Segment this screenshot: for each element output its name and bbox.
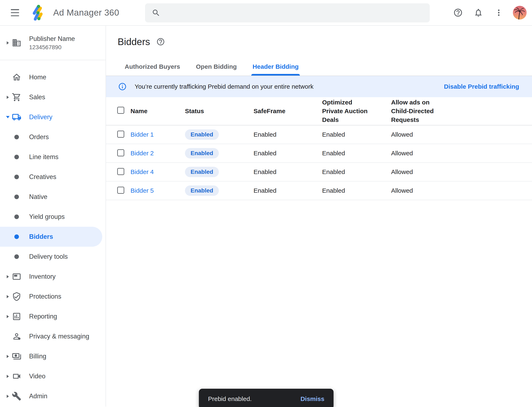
sidebar-item-sales[interactable]: Sales bbox=[0, 87, 105, 107]
videocam-icon bbox=[12, 371, 22, 381]
publisher-selector[interactable]: Publisher Name 1234567890 bbox=[0, 26, 105, 60]
table-row-bidder-4: Bidder 4EnabledEnabledEnabledAllowed bbox=[106, 163, 532, 181]
dismiss-button[interactable]: Dismiss bbox=[300, 395, 324, 402]
sidebar-item-label: Billing bbox=[29, 352, 46, 360]
row-checkbox[interactable] bbox=[117, 168, 124, 175]
column-header-safeframe: SafeFrame bbox=[254, 107, 322, 116]
dot-icon bbox=[12, 214, 22, 219]
sidebar-item-label: Creatives bbox=[29, 173, 56, 181]
palm-tree-image bbox=[513, 6, 527, 20]
column-header-name: Name bbox=[130, 107, 185, 116]
row-checkbox[interactable] bbox=[117, 149, 124, 156]
tab-authorized-buyers[interactable]: Authorized Buyers bbox=[123, 60, 181, 76]
sidebar-item-video[interactable]: Video bbox=[0, 366, 105, 386]
sidebar-item-label: Delivery tools bbox=[29, 253, 68, 260]
optimized-private-auction-deals-value: Enabled bbox=[322, 131, 391, 138]
sidebar-item-label: Protections bbox=[29, 293, 61, 300]
sidebar-item-label: Home bbox=[29, 73, 46, 81]
status-badge: Enabled bbox=[185, 185, 219, 196]
tab-header-bidding[interactable]: Header Bidding bbox=[251, 60, 300, 76]
page-title: Bidders bbox=[118, 36, 150, 47]
banner-message: You’re currently trafficking Prebid dema… bbox=[135, 83, 313, 90]
dot-icon bbox=[12, 254, 22, 259]
wrench-icon bbox=[12, 391, 22, 401]
chart-icon bbox=[12, 312, 22, 321]
chevron-right-icon bbox=[5, 41, 10, 45]
column-header-optimized-private-auction-deals: Optimized Private Auction Deals bbox=[322, 98, 373, 124]
select-all-checkbox[interactable] bbox=[117, 107, 124, 114]
chevron-right-icon bbox=[5, 95, 10, 99]
child-directed-requests-value: Allowed bbox=[391, 150, 532, 157]
truck-icon bbox=[12, 112, 22, 122]
sidebar-nav: HomeSalesDeliveryOrdersLine itemsCreativ… bbox=[0, 60, 105, 406]
sidebar-item-native[interactable]: Native bbox=[0, 187, 105, 207]
bidder-name-link[interactable]: Bidder 1 bbox=[130, 131, 154, 138]
table-row-bidder-5: Bidder 5EnabledEnabledEnabledAllowed bbox=[106, 181, 532, 200]
account-avatar[interactable] bbox=[513, 6, 527, 20]
building-icon bbox=[12, 38, 22, 47]
child-directed-requests-value: Allowed bbox=[391, 168, 532, 175]
notifications-bell-icon[interactable] bbox=[472, 6, 485, 19]
table-row-bidder-1: Bidder 1EnabledEnabledEnabledAllowed bbox=[106, 125, 532, 144]
dot-icon bbox=[12, 135, 22, 139]
sidebar-item-label: Inventory bbox=[29, 273, 56, 280]
page-help-icon[interactable] bbox=[156, 37, 165, 46]
shield-icon bbox=[12, 292, 22, 301]
sidebar-item-label: Native bbox=[29, 193, 47, 201]
table-row-bidder-2: Bidder 2EnabledEnabledEnabledAllowed bbox=[106, 144, 532, 163]
sidebar-item-inventory[interactable]: Inventory bbox=[0, 267, 105, 287]
bidder-name-link[interactable]: Bidder 2 bbox=[130, 150, 154, 157]
sidebar-item-label: Orders bbox=[29, 133, 49, 141]
bidder-name-link[interactable]: Bidder 4 bbox=[130, 168, 154, 175]
main-content: Bidders Authorized BuyersOpen BiddingHea… bbox=[106, 26, 532, 407]
app-root: Ad Manager 360 bbox=[0, 0, 532, 407]
sidebar-item-delivery-tools[interactable]: Delivery tools bbox=[0, 247, 105, 267]
disable-prebid-trafficking-link[interactable]: Disable Prebid trafficking bbox=[444, 83, 519, 90]
chevron-right-icon bbox=[5, 355, 10, 358]
sidebar-item-label: Bidders bbox=[29, 233, 53, 241]
sidebar-item-privacy-messaging[interactable]: Privacy & messaging bbox=[0, 326, 105, 346]
chevron-down-icon bbox=[5, 116, 10, 118]
toast-snackbar: Prebid enabled. Dismiss bbox=[199, 389, 334, 407]
sidebar-item-orders[interactable]: Orders bbox=[0, 127, 105, 147]
bidder-name-link[interactable]: Bidder 5 bbox=[130, 187, 154, 194]
hamburger-menu-icon[interactable] bbox=[11, 9, 19, 16]
sidebar: Publisher Name 1234567890 HomeSalesDeliv… bbox=[0, 26, 106, 407]
toast-message: Prebid enabled. bbox=[208, 395, 252, 402]
tab-bar: Authorized BuyersOpen BiddingHeader Bidd… bbox=[106, 60, 532, 76]
bidders-table: NameStatusSafeFrameOptimized Private Auc… bbox=[106, 97, 532, 200]
info-icon bbox=[118, 82, 127, 91]
optimized-private-auction-deals-value: Enabled bbox=[322, 187, 391, 194]
sidebar-item-creatives[interactable]: Creatives bbox=[0, 167, 105, 187]
tab-open-bidding[interactable]: Open Bidding bbox=[195, 60, 238, 76]
sidebar-item-bidders[interactable]: Bidders bbox=[0, 227, 105, 247]
sidebar-item-reporting[interactable]: Reporting bbox=[0, 306, 105, 326]
adunit-icon bbox=[12, 272, 22, 281]
row-checkbox[interactable] bbox=[117, 187, 124, 194]
chevron-right-icon bbox=[5, 375, 10, 378]
row-checkbox[interactable] bbox=[117, 131, 124, 138]
safeframe-value: Enabled bbox=[254, 168, 322, 175]
sidebar-item-billing[interactable]: Billing bbox=[0, 346, 105, 366]
sidebar-item-admin[interactable]: Admin bbox=[0, 386, 105, 406]
cart-icon bbox=[12, 92, 22, 102]
help-icon[interactable] bbox=[451, 6, 465, 19]
dot-icon bbox=[12, 155, 22, 159]
search-bar[interactable] bbox=[145, 3, 430, 23]
sidebar-item-label: Video bbox=[29, 373, 46, 380]
sidebar-item-label: Yield groups bbox=[29, 213, 65, 220]
sidebar-item-line-items[interactable]: Line items bbox=[0, 147, 105, 167]
chevron-right-icon bbox=[5, 315, 10, 318]
sidebar-item-delivery[interactable]: Delivery bbox=[0, 107, 105, 127]
topbar-actions bbox=[451, 0, 527, 25]
publisher-network-id: 1234567890 bbox=[29, 44, 75, 51]
sidebar-item-label: Delivery bbox=[29, 113, 52, 121]
sidebar-item-protections[interactable]: Protections bbox=[0, 287, 105, 306]
more-options-icon[interactable] bbox=[492, 6, 505, 19]
child-directed-requests-value: Allowed bbox=[391, 131, 532, 138]
sidebar-item-yield-groups[interactable]: Yield groups bbox=[0, 207, 105, 227]
person-icon bbox=[12, 332, 22, 341]
sidebar-item-home[interactable]: Home bbox=[0, 67, 105, 87]
chevron-right-icon bbox=[5, 395, 10, 398]
sidebar-item-label: Sales bbox=[29, 94, 45, 101]
